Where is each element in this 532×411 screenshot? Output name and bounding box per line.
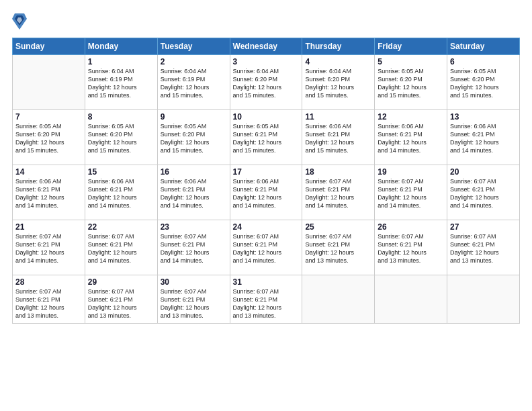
day-number: 31 (233, 277, 300, 287)
day-info: Sunrise: 6:07 AMSunset: 6:21 PMDaylight:… (378, 177, 444, 210)
calendar-cell: 3Sunrise: 6:04 AMSunset: 6:20 PMDaylight… (230, 55, 302, 110)
calendar-cell: 21Sunrise: 6:07 AMSunset: 6:21 PMDayligh… (13, 220, 85, 275)
weekday-header-monday: Monday (85, 38, 157, 55)
header (12, 12, 520, 31)
day-info: Sunrise: 6:06 AMSunset: 6:21 PMDaylight:… (161, 177, 227, 210)
day-info: Sunrise: 6:05 AMSunset: 6:20 PMDaylight:… (378, 67, 444, 100)
calendar-cell: 20Sunrise: 6:07 AMSunset: 6:21 PMDayligh… (447, 165, 520, 220)
day-info: Sunrise: 6:07 AMSunset: 6:21 PMDaylight:… (88, 287, 154, 320)
calendar-cell: 8Sunrise: 6:05 AMSunset: 6:20 PMDaylight… (85, 110, 157, 165)
calendar-cell: 19Sunrise: 6:07 AMSunset: 6:21 PMDayligh… (375, 165, 447, 220)
day-number: 2 (161, 57, 227, 66)
calendar-cell: 7Sunrise: 6:05 AMSunset: 6:20 PMDaylight… (13, 110, 85, 165)
day-number: 12 (378, 112, 444, 122)
weekday-header-saturday: Saturday (447, 38, 520, 55)
day-info: Sunrise: 6:06 AMSunset: 6:21 PMDaylight:… (305, 122, 371, 155)
calendar-cell: 16Sunrise: 6:06 AMSunset: 6:21 PMDayligh… (157, 165, 230, 220)
day-info: Sunrise: 6:07 AMSunset: 6:21 PMDaylight:… (15, 232, 82, 265)
day-info: Sunrise: 6:05 AMSunset: 6:20 PMDaylight:… (88, 122, 154, 155)
week-row-1: 1Sunrise: 6:04 AMSunset: 6:19 PMDaylight… (13, 55, 520, 110)
day-number: 5 (378, 57, 444, 66)
calendar-cell: 29Sunrise: 6:07 AMSunset: 6:21 PMDayligh… (85, 275, 157, 324)
calendar-cell (447, 275, 520, 324)
day-number: 25 (305, 222, 371, 232)
day-info: Sunrise: 6:05 AMSunset: 6:20 PMDaylight:… (161, 122, 227, 155)
day-info: Sunrise: 6:04 AMSunset: 6:19 PMDaylight:… (88, 67, 154, 100)
week-row-4: 21Sunrise: 6:07 AMSunset: 6:21 PMDayligh… (13, 220, 520, 275)
weekday-header-sunday: Sunday (13, 38, 85, 55)
calendar-cell: 31Sunrise: 6:07 AMSunset: 6:21 PMDayligh… (230, 275, 302, 324)
day-info: Sunrise: 6:06 AMSunset: 6:21 PMDaylight:… (88, 177, 154, 210)
day-number: 7 (15, 112, 82, 122)
day-number: 17 (233, 167, 300, 177)
calendar-cell: 24Sunrise: 6:07 AMSunset: 6:21 PMDayligh… (230, 220, 302, 275)
day-info: Sunrise: 6:07 AMSunset: 6:21 PMDaylight:… (305, 177, 371, 210)
day-number: 28 (15, 277, 82, 287)
logo-icon (12, 12, 27, 31)
day-info: Sunrise: 6:07 AMSunset: 6:21 PMDaylight:… (233, 232, 300, 265)
calendar-cell: 12Sunrise: 6:06 AMSunset: 6:21 PMDayligh… (375, 110, 447, 165)
day-number: 14 (15, 167, 82, 177)
day-info: Sunrise: 6:04 AMSunset: 6:20 PMDaylight:… (233, 67, 300, 100)
day-info: Sunrise: 6:07 AMSunset: 6:21 PMDaylight:… (161, 287, 227, 320)
day-info: Sunrise: 6:07 AMSunset: 6:21 PMDaylight:… (378, 232, 444, 265)
day-number: 10 (233, 112, 300, 122)
day-info: Sunrise: 6:04 AMSunset: 6:20 PMDaylight:… (305, 67, 371, 100)
day-info: Sunrise: 6:07 AMSunset: 6:21 PMDaylight:… (450, 232, 517, 265)
calendar-cell: 14Sunrise: 6:06 AMSunset: 6:21 PMDayligh… (13, 165, 85, 220)
calendar-cell: 2Sunrise: 6:04 AMSunset: 6:19 PMDaylight… (157, 55, 230, 110)
week-row-3: 14Sunrise: 6:06 AMSunset: 6:21 PMDayligh… (13, 165, 520, 220)
day-info: Sunrise: 6:04 AMSunset: 6:19 PMDaylight:… (161, 67, 227, 100)
calendar-cell: 10Sunrise: 6:05 AMSunset: 6:21 PMDayligh… (230, 110, 302, 165)
calendar-cell: 26Sunrise: 6:07 AMSunset: 6:21 PMDayligh… (375, 220, 447, 275)
day-number: 21 (15, 222, 82, 232)
day-info: Sunrise: 6:07 AMSunset: 6:21 PMDaylight:… (15, 287, 82, 320)
day-number: 4 (305, 57, 371, 66)
calendar-cell: 6Sunrise: 6:05 AMSunset: 6:20 PMDaylight… (447, 55, 520, 110)
week-row-2: 7Sunrise: 6:05 AMSunset: 6:20 PMDaylight… (13, 110, 520, 165)
calendar-cell: 9Sunrise: 6:05 AMSunset: 6:20 PMDaylight… (157, 110, 230, 165)
day-info: Sunrise: 6:05 AMSunset: 6:20 PMDaylight:… (15, 122, 82, 155)
day-info: Sunrise: 6:05 AMSunset: 6:21 PMDaylight:… (233, 122, 300, 155)
day-info: Sunrise: 6:06 AMSunset: 6:21 PMDaylight:… (233, 177, 300, 210)
day-number: 23 (161, 222, 227, 232)
calendar-cell: 17Sunrise: 6:06 AMSunset: 6:21 PMDayligh… (230, 165, 302, 220)
calendar-cell (13, 55, 85, 110)
week-row-5: 28Sunrise: 6:07 AMSunset: 6:21 PMDayligh… (13, 275, 520, 324)
day-number: 26 (378, 222, 444, 232)
day-info: Sunrise: 6:06 AMSunset: 6:21 PMDaylight:… (450, 122, 517, 155)
weekday-header-thursday: Thursday (302, 38, 375, 55)
day-number: 1 (88, 57, 154, 66)
calendar-cell: 5Sunrise: 6:05 AMSunset: 6:20 PMDaylight… (375, 55, 447, 110)
day-number: 24 (233, 222, 300, 232)
logo (12, 12, 30, 31)
weekday-header-tuesday: Tuesday (157, 38, 230, 55)
day-number: 15 (88, 167, 154, 177)
calendar-cell: 25Sunrise: 6:07 AMSunset: 6:21 PMDayligh… (302, 220, 375, 275)
day-info: Sunrise: 6:07 AMSunset: 6:21 PMDaylight:… (161, 232, 227, 265)
calendar-cell: 28Sunrise: 6:07 AMSunset: 6:21 PMDayligh… (13, 275, 85, 324)
calendar-cell: 4Sunrise: 6:04 AMSunset: 6:20 PMDaylight… (302, 55, 375, 110)
day-number: 18 (305, 167, 371, 177)
day-info: Sunrise: 6:05 AMSunset: 6:20 PMDaylight:… (450, 67, 517, 100)
weekday-header-friday: Friday (375, 38, 447, 55)
calendar-cell: 30Sunrise: 6:07 AMSunset: 6:21 PMDayligh… (157, 275, 230, 324)
day-info: Sunrise: 6:07 AMSunset: 6:21 PMDaylight:… (450, 177, 517, 210)
day-number: 22 (88, 222, 154, 232)
day-number: 20 (450, 167, 517, 177)
day-number: 9 (161, 112, 227, 122)
calendar-cell: 23Sunrise: 6:07 AMSunset: 6:21 PMDayligh… (157, 220, 230, 275)
weekday-header-row: SundayMondayTuesdayWednesdayThursdayFrid… (13, 38, 520, 55)
page: SundayMondayTuesdayWednesdayThursdayFrid… (0, 0, 532, 411)
calendar-table: SundayMondayTuesdayWednesdayThursdayFrid… (12, 38, 520, 324)
day-number: 19 (378, 167, 444, 177)
day-number: 29 (88, 277, 154, 287)
day-info: Sunrise: 6:07 AMSunset: 6:21 PMDaylight:… (88, 232, 154, 265)
calendar-cell: 18Sunrise: 6:07 AMSunset: 6:21 PMDayligh… (302, 165, 375, 220)
day-number: 6 (450, 57, 517, 66)
calendar-cell: 1Sunrise: 6:04 AMSunset: 6:19 PMDaylight… (85, 55, 157, 110)
day-info: Sunrise: 6:07 AMSunset: 6:21 PMDaylight:… (233, 287, 300, 320)
day-number: 11 (305, 112, 371, 122)
day-info: Sunrise: 6:07 AMSunset: 6:21 PMDaylight:… (305, 232, 371, 265)
day-info: Sunrise: 6:06 AMSunset: 6:21 PMDaylight:… (15, 177, 82, 210)
